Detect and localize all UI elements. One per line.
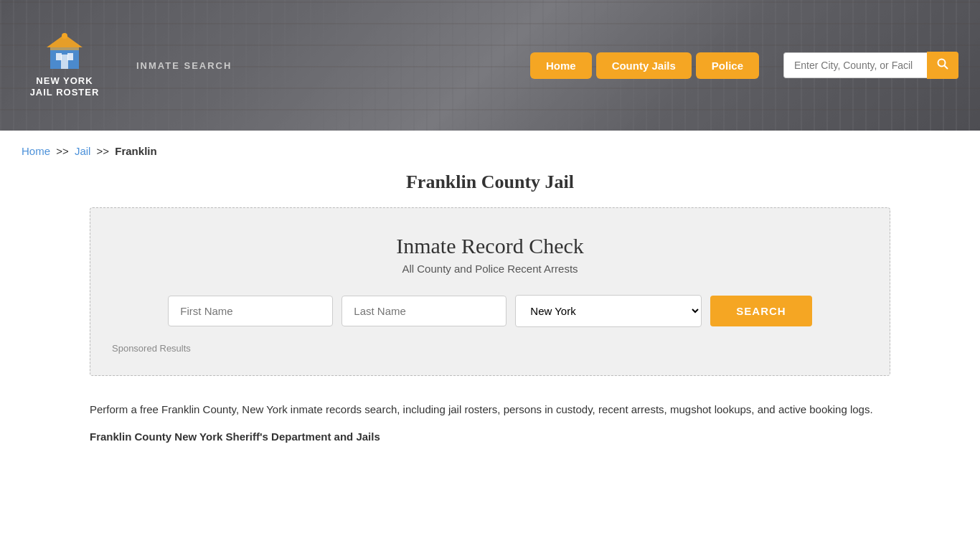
nav-home-button[interactable]: Home — [530, 52, 592, 79]
svg-rect-4 — [61, 55, 68, 69]
header-search-button[interactable] — [927, 52, 958, 79]
header-content: NEW YORK JAIL ROSTER INMATE SEARCH Home … — [0, 0, 980, 131]
breadcrumb-current: Franklin — [115, 145, 156, 157]
logo-line1: NEW YORK — [30, 75, 100, 87]
breadcrumb-sep2: >> — [97, 145, 110, 157]
svg-point-7 — [938, 60, 946, 67]
nav-buttons: Home County Jails Police — [530, 52, 759, 79]
record-check-title: Inmate Record Check — [112, 234, 868, 258]
logo-line2: JAIL ROSTER — [30, 87, 100, 98]
inmate-search-form: AlabamaAlaskaArizonaArkansasCaliforniaCo… — [112, 295, 868, 327]
body-content: Perform a free Franklin County, New York… — [0, 393, 980, 468]
body-paragraph1: Perform a free Franklin County, New York… — [90, 400, 890, 419]
svg-rect-2 — [67, 53, 73, 60]
last-name-input[interactable] — [341, 296, 507, 326]
breadcrumb-sep1: >> — [56, 145, 69, 157]
body-heading2: Franklin County New York Sheriff's Depar… — [90, 428, 890, 446]
breadcrumb-home-link[interactable]: Home — [22, 145, 50, 157]
state-select[interactable]: AlabamaAlaskaArizonaArkansasCaliforniaCo… — [515, 295, 702, 327]
nav-police-button[interactable]: Police — [696, 52, 759, 79]
logo-area: NEW YORK JAIL ROSTER — [22, 33, 108, 98]
svg-rect-6 — [50, 47, 79, 50]
logo-text: NEW YORK JAIL ROSTER — [30, 75, 100, 98]
record-check-subtitle: All County and Police Recent Arrests — [112, 263, 868, 275]
header-search-input[interactable] — [783, 52, 927, 78]
svg-rect-1 — [56, 53, 62, 60]
svg-line-8 — [945, 66, 948, 70]
breadcrumb-jail-link[interactable]: Jail — [75, 145, 91, 157]
svg-point-5 — [62, 33, 67, 39]
first-name-input[interactable] — [168, 296, 333, 326]
header-search-bar — [783, 52, 958, 79]
logo-icon — [43, 33, 86, 72]
breadcrumb: Home >> Jail >> Franklin — [0, 131, 980, 164]
search-button[interactable]: SEARCH — [710, 296, 811, 326]
nav-county-jails-button[interactable]: County Jails — [596, 52, 692, 79]
record-check-box: Inmate Record Check All County and Polic… — [90, 207, 890, 376]
page-title: Franklin County Jail — [0, 171, 980, 193]
inmate-search-label: INMATE SEARCH — [136, 60, 232, 71]
sponsored-results-label: Sponsored Results — [112, 343, 868, 354]
site-header: NEW YORK JAIL ROSTER INMATE SEARCH Home … — [0, 0, 980, 131]
